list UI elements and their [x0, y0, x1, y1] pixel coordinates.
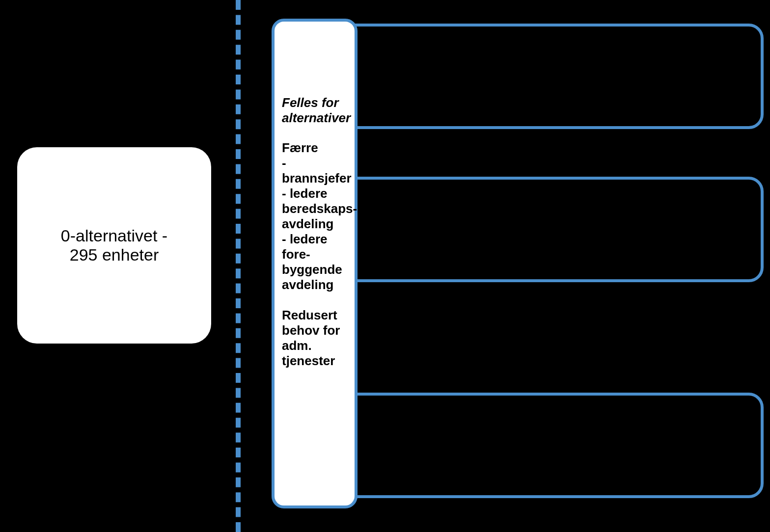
common-section1-item2: - ledere: [282, 186, 347, 201]
common-header2: alternativer: [282, 110, 347, 126]
left-alternative-box: 0-alternativet - 295 enheter: [17, 147, 211, 344]
common-section1-item1: - brannsjefer: [282, 156, 347, 186]
common-section2-line3: adm.: [282, 338, 347, 353]
common-section2-line4: tjenester: [282, 353, 347, 369]
right-box-3: [324, 393, 764, 498]
common-header1: Felles for: [282, 95, 347, 110]
left-line1: 0-alternativet -: [61, 226, 167, 245]
common-section1-item7: avdeling: [282, 277, 347, 293]
common-alternatives-box: Felles for alternativer Færre - brannsje…: [272, 19, 358, 508]
common-section2-line2: behov for: [282, 323, 347, 338]
left-line2: 295 enheter: [70, 245, 159, 265]
common-section2-line1: Redusert: [282, 308, 347, 323]
vertical-divider: [236, 0, 241, 532]
common-section1-title: Færre: [282, 140, 347, 156]
common-section1-item5: - ledere fore-: [282, 232, 347, 262]
right-box-1: [324, 24, 764, 129]
common-section1-item4: avdeling: [282, 216, 347, 232]
common-section1-item6: byggende: [282, 262, 347, 277]
common-section1-item3: beredskaps-: [282, 201, 347, 216]
right-box-2: [324, 177, 764, 282]
